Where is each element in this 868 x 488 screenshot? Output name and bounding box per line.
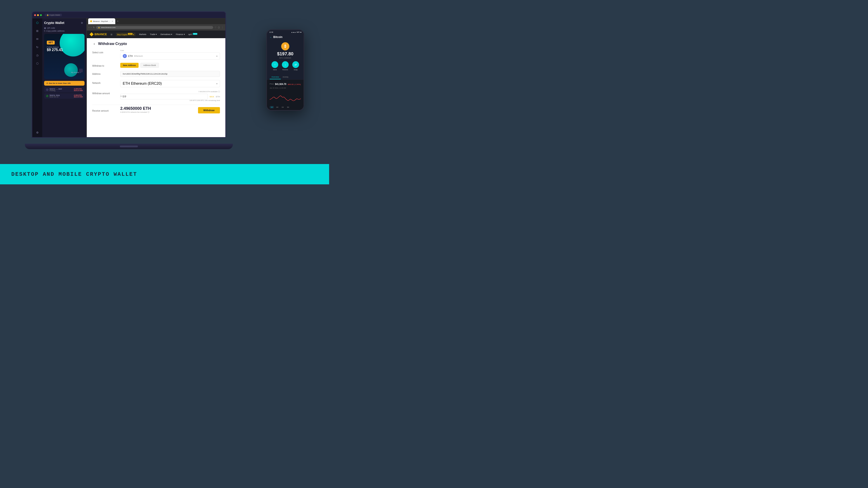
nav-markets[interactable]: Markets (139, 33, 146, 35)
address-book-btn[interactable]: Address Book (141, 63, 159, 68)
receive-amount: 2.49650000 ETH (120, 106, 151, 111)
coin-selector[interactable]: Ξ ETH Ethereum ▾ (120, 53, 220, 60)
phone-title: Bitcoin (273, 35, 283, 39)
wallet-panel-header: Crypto Wallet ⚙ (44, 20, 85, 26)
binance-name: BINANCE (94, 33, 107, 36)
send-label: Send (273, 69, 277, 70)
receive-section: 2.49650000 ETH 0.0035 ETH network fee in… (120, 106, 220, 113)
price-row: Price $41,924.70 -$66.90 (-1.54%) (270, 82, 301, 86)
bitcoin-icon: ₿ (281, 42, 289, 51)
swap-label: Swap (293, 69, 298, 70)
amount-section: Amount MAX ETH (120, 94, 220, 99)
network-field: ETH Ethereum (ERC20) ▾ (120, 80, 220, 87)
teal-bubble-large (60, 34, 85, 57)
nav-refresh-btn[interactable]: ↻ (93, 26, 95, 29)
sidebar-icon-refresh[interactable]: ↻ (35, 44, 40, 50)
select-coin-label: Select coin (92, 50, 115, 60)
wallet-settings-icon[interactable]: ⚙ (79, 20, 85, 26)
network-selector[interactable]: ETH Ethereum (ERC20) ▾ (120, 80, 220, 87)
wallet-menu-items: ▦ QR code ⎘ Copy public address (44, 27, 85, 32)
mini-chart (270, 91, 301, 104)
portfolio-value: $9 275.41 (47, 48, 63, 52)
withdraw-button[interactable]: Withdraw (198, 107, 220, 113)
time-tab-1m[interactable]: 1M (280, 106, 285, 108)
info-icon: ⓘ (218, 91, 220, 93)
copy-icon: ⎘ (44, 30, 45, 32)
phone-receive-action: ↓ Receive (282, 61, 289, 70)
sidebar-icon-home[interactable]: ⬡ (35, 20, 40, 26)
maximize-dot[interactable] (40, 14, 42, 16)
phone-back-btn[interactable]: ← (270, 36, 272, 38)
tx-info-1: Send to: ......0a22 Pending (50, 88, 62, 91)
binance-tab[interactable]: Binance - Buy/Sell Bitco... ✕ (88, 18, 115, 24)
qr-code-item[interactable]: ▦ QR code (44, 27, 85, 29)
phone-swap-action: ⇄ Swap (292, 61, 299, 70)
sidebar-icon-grid[interactable]: ⊞ (35, 28, 40, 34)
nav-derivatives[interactable]: Derivatives ▾ (160, 33, 172, 35)
menu-icon[interactable]: ⋮ (221, 26, 223, 29)
receive-label: Receive (282, 69, 288, 70)
fee-info-icon: ⓘ (148, 111, 149, 113)
minimize-dot[interactable] (37, 14, 39, 16)
wallet-tab-label[interactable]: 🔒 Crypto Wallet (45, 14, 62, 16)
lock-icon: 🔒 (98, 26, 100, 29)
binance-tab-bar: Binance - Buy/Sell Bitco... ✕ + (87, 18, 225, 24)
nav-forward-btn[interactable]: › (91, 26, 91, 29)
close-dot[interactable] (34, 14, 36, 16)
new-address-btn[interactable]: New Address (120, 63, 138, 68)
address-input[interactable] (120, 71, 220, 77)
receive-amount-label: Receive amount (92, 108, 115, 112)
signal-icon: ▲▲▲ (291, 31, 296, 33)
send-btn[interactable]: ↑ (272, 61, 278, 68)
receive-btn[interactable]: ↓ (282, 61, 289, 68)
eth-icon: Ξ (123, 54, 127, 58)
binance-logo-icon (90, 32, 94, 36)
sidebar-icon-settings[interactable]: ⚙ (35, 130, 40, 135)
expand-icon[interactable] (79, 69, 83, 72)
time-tab-1w[interactable]: 1W (275, 106, 280, 108)
sidebar-icon-box[interactable]: ⬡ (35, 61, 40, 66)
chart-time-tabs: 1D 1W 1M 3M (270, 106, 301, 108)
price-label: Price (270, 83, 274, 85)
network-row: Network ETH Ethereum (ERC20) ▾ (92, 80, 220, 87)
max-btn[interactable]: MAX (210, 96, 214, 98)
nav-finance[interactable]: Finance ▾ (176, 33, 185, 35)
time-tab-3m[interactable]: 3M (286, 106, 290, 108)
copy-address-item[interactable]: ⎘ Copy public address (44, 30, 85, 32)
tab-close-btn[interactable]: ✕ (111, 20, 114, 22)
tab-activity[interactable]: Activity (281, 75, 290, 79)
swap-btn[interactable]: ⇄ (292, 61, 299, 68)
limit-info: 100 BTC/100 BTC 24h remaining limit (120, 99, 220, 101)
nav-nft[interactable]: NFT NEW (188, 33, 197, 36)
amount-input[interactable] (120, 94, 208, 99)
transaction-item-1: ↑ Send to: ......0a22 Pending -0.005 ETH… (44, 87, 85, 92)
phone-header: ← Bitcoin (267, 34, 304, 40)
nav-trade[interactable]: Trade ▾ (150, 33, 157, 35)
sidebar-icon-message[interactable]: ✉ (35, 36, 40, 42)
price-change: -$66.90 (-1.54%) (287, 84, 301, 86)
bookmark-icon[interactable]: ♡ (215, 26, 217, 29)
phone-actions: ↑ Send ↓ Receive ⇄ Swap (270, 61, 301, 70)
extensions-icon[interactable]: ⬡ (218, 26, 220, 29)
tx-info-2: Send to: JoLiq Done Oct 15 (50, 94, 60, 98)
time-tab-1d[interactable]: 1D (270, 106, 274, 108)
tx-row-2: ✓ Send to: JoLiq Done Oct 15 -0.003 ETH … (46, 94, 83, 98)
banner-text: DESKTOP AND MOBILE CRYPTO WALLET (11, 171, 137, 177)
withdraw-back-btn[interactable]: ‹ (92, 42, 96, 46)
network-chevron-icon: ▾ (216, 83, 217, 85)
amount-field: 7.691543 ETH available ⓘ Amount MAX ETH … (120, 90, 220, 101)
sidebar-icon-clock[interactable]: ◷ (35, 53, 40, 58)
tab-overview[interactable]: Overview (270, 75, 281, 79)
new-tab-btn[interactable]: + (116, 19, 120, 23)
nft-badge[interactable]: NFT (47, 41, 55, 44)
mobile-phone: 12:30 ▲▲▲ WiFi ■ ← Bitcoin ₿ $197.80 BTC… (266, 29, 304, 111)
chart-attribution: Data provided by CoinMarketCapcom (270, 110, 301, 111)
grid-icon[interactable]: ⊞ (111, 33, 112, 36)
nav-back-btn[interactable]: ‹ (89, 26, 89, 29)
phone-send-action: ↑ Send (272, 61, 278, 70)
nav-buy-crypto[interactable]: Buy Crypto NEW ▾ (116, 33, 135, 36)
battery-icon: ■ (301, 31, 301, 33)
url-bar[interactable]: 🔒 www.binance.com (96, 26, 213, 29)
phone-status-bar: 12:30 ▲▲▲ WiFi ■ (267, 30, 304, 34)
transaction-item-2: ✓ Send to: JoLiq Done Oct 15 -0.003 ETH … (44, 93, 85, 99)
